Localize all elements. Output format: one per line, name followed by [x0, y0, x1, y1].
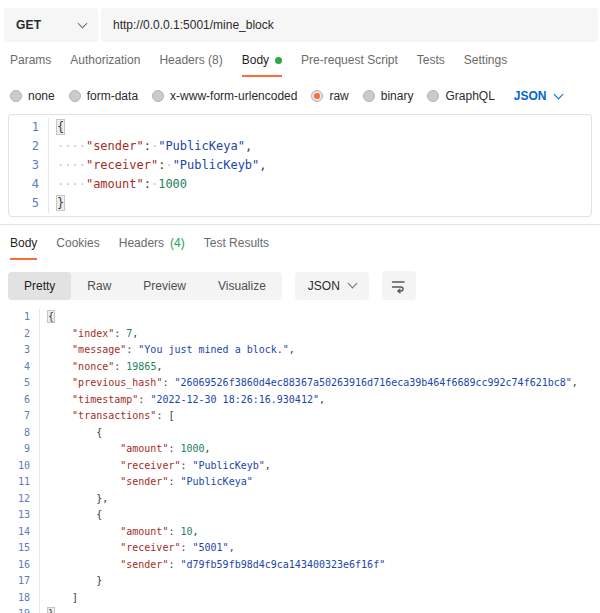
tab-label: Authorization — [70, 53, 140, 67]
response-view-segments: PrettyRawPreviewVisualize — [8, 272, 282, 300]
line-number: 1 — [0, 309, 40, 326]
view-segment-pretty[interactable]: Pretty — [8, 272, 71, 300]
tab-headers-8[interactable]: Headers (8) — [159, 53, 222, 77]
response-language-label: JSON — [308, 279, 340, 293]
view-segment-preview[interactable]: Preview — [127, 272, 202, 300]
url-bar: GET — [4, 8, 598, 42]
line-number: 15 — [0, 540, 40, 557]
method-select[interactable]: GET — [4, 8, 98, 42]
line-number: 6 — [0, 392, 40, 409]
tab-count: (4) — [170, 236, 185, 250]
code-line: 18 ] — [0, 590, 600, 607]
radio-label: x-www-form-urlencoded — [170, 89, 297, 103]
chevron-down-icon — [553, 89, 563, 99]
radio-label: none — [28, 89, 55, 103]
body-type-form-data[interactable]: form-data — [69, 89, 138, 103]
code-content: "transactions": [ — [40, 408, 174, 425]
body-type-binary[interactable]: binary — [363, 89, 414, 103]
response-tab-cookies[interactable]: Cookies — [56, 236, 99, 260]
wrap-text-icon — [390, 277, 407, 294]
request-body-editor[interactable]: 1{2····"sender":·"PublicKeya",3····"rece… — [8, 114, 592, 217]
code-line: 1{ — [0, 309, 600, 326]
radio-icon — [363, 90, 375, 102]
code-content: "timestamp": "2022-12-30 18:26:16.930412… — [40, 392, 325, 409]
code-line: 17 } — [0, 573, 600, 590]
radio-icon — [427, 90, 439, 102]
code-content: "sender": "d79fb59fb98d4c9ca143400323e6f… — [40, 557, 385, 574]
tab-label: Settings — [464, 53, 507, 67]
body-type-raw[interactable]: raw — [311, 89, 348, 103]
line-number: 3 — [0, 342, 40, 359]
radio-label: raw — [329, 89, 348, 103]
tab-params[interactable]: Params — [10, 53, 51, 77]
response-toolbar: PrettyRawPreviewVisualize JSON — [8, 271, 600, 300]
line-number: 13 — [0, 507, 40, 524]
line-number: 2 — [9, 137, 49, 156]
line-number: 1 — [9, 118, 49, 137]
tab-label: Headers — [119, 236, 164, 250]
wrap-text-button[interactable] — [382, 271, 416, 300]
code-content: "message": "You just mined a block.", — [40, 342, 295, 359]
line-number: 11 — [0, 474, 40, 491]
code-content: "index": 7, — [40, 326, 138, 343]
code-line: 10 "receiver": "PublicKeyb", — [0, 458, 600, 475]
response-tab-test-results[interactable]: Test Results — [204, 236, 269, 260]
radio-icon — [10, 90, 22, 102]
tab-body[interactable]: Body — [242, 53, 282, 77]
tab-authorization[interactable]: Authorization — [70, 53, 140, 77]
code-content: } — [40, 606, 54, 613]
radio-label: form-data — [87, 89, 138, 103]
raw-language-label: JSON — [514, 89, 547, 103]
tab-settings[interactable]: Settings — [464, 53, 507, 77]
tab-pre-request-script[interactable]: Pre-request Script — [301, 53, 398, 77]
code-content: "receiver": "PublicKeyb", — [40, 458, 271, 475]
line-number: 18 — [0, 590, 40, 607]
line-number: 8 — [0, 425, 40, 442]
code-line: 14 "amount": 10, — [0, 524, 600, 541]
tab-label: Body — [10, 236, 37, 250]
tab-label: Cookies — [56, 236, 99, 250]
method-label: GET — [16, 18, 41, 32]
line-number: 3 — [9, 156, 49, 175]
code-line: 3 "message": "You just mined a block.", — [0, 342, 600, 359]
chevron-down-icon — [78, 18, 88, 28]
view-segment-raw[interactable]: Raw — [71, 272, 127, 300]
line-number: 14 — [0, 524, 40, 541]
line-number: 5 — [9, 194, 49, 213]
code-line: 1{ — [9, 118, 591, 137]
body-type-x-www-form-urlencoded[interactable]: x-www-form-urlencoded — [152, 89, 297, 103]
response-tab-headers[interactable]: Headers (4) — [119, 236, 185, 260]
tab-label: Pre-request Script — [301, 53, 398, 67]
tab-label: Tests — [417, 53, 445, 67]
code-line: 9 "amount": 1000, — [0, 441, 600, 458]
tab-label: Body — [242, 53, 269, 67]
body-type-graphql[interactable]: GraphQL — [427, 89, 494, 103]
raw-language-select[interactable]: JSON — [514, 89, 562, 103]
code-content: "amount": 1000, — [40, 441, 211, 458]
code-line: 4 "nonce": 19865, — [0, 359, 600, 376]
tab-label: Params — [10, 53, 51, 67]
tab-label: Headers (8) — [159, 53, 222, 67]
code-line: 5 "previous_hash": "26069526f3860d4ec883… — [0, 375, 600, 392]
tab-tests[interactable]: Tests — [417, 53, 445, 77]
body-type-none[interactable]: none — [10, 89, 55, 103]
request-tabs: ParamsAuthorizationHeaders (8)BodyPre-re… — [10, 53, 600, 77]
code-content: { — [49, 118, 64, 137]
code-content: } — [40, 573, 102, 590]
body-type-row: noneform-datax-www-form-urlencodedrawbin… — [10, 84, 600, 108]
radio-label: binary — [381, 89, 414, 103]
code-content: { — [40, 507, 102, 524]
code-content: { — [40, 425, 102, 442]
code-content: ····"sender":·"PublicKeya", — [49, 137, 252, 156]
response-body-editor[interactable]: 1{2 "index": 7,3 "message": "You just mi… — [0, 309, 600, 613]
code-line: 12 }, — [0, 491, 600, 508]
url-input[interactable] — [101, 8, 598, 42]
code-line: 3····"receiver":·"PublicKeyb", — [9, 156, 591, 175]
response-tab-body[interactable]: Body — [10, 236, 37, 260]
response-language-select[interactable]: JSON — [295, 272, 369, 300]
view-segment-visualize[interactable]: Visualize — [202, 272, 282, 300]
line-number: 19 — [0, 606, 40, 613]
radio-icon — [311, 90, 323, 102]
code-content: }, — [40, 491, 108, 508]
code-line: 2····"sender":·"PublicKeya", — [9, 137, 591, 156]
